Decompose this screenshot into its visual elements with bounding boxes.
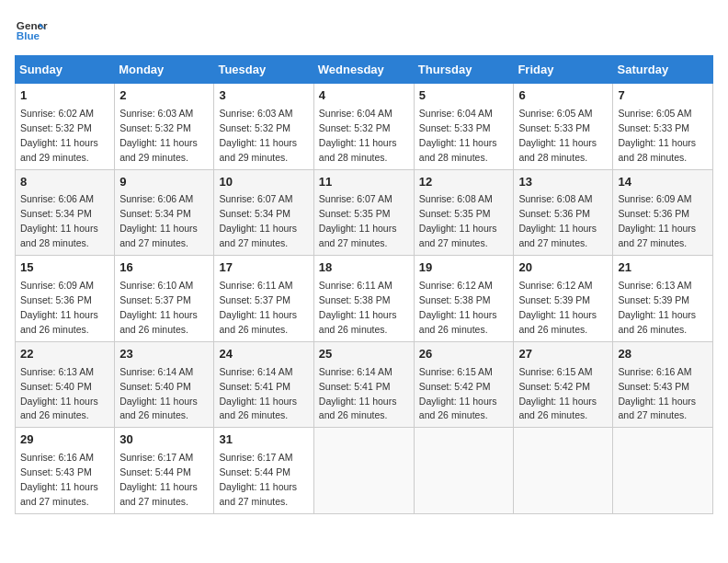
day-info: Sunrise: 6:06 AMSunset: 5:34 PMDaylight:…	[20, 193, 98, 248]
calendar-day-cell: 28 Sunrise: 6:16 AMSunset: 5:43 PMDaylig…	[613, 341, 713, 428]
calendar-header-day: Friday	[514, 56, 613, 84]
day-number: 7	[618, 87, 708, 105]
day-info: Sunrise: 6:05 AMSunset: 5:33 PMDaylight:…	[518, 108, 597, 163]
calendar-day-cell: 7 Sunrise: 6:05 AMSunset: 5:33 PMDayligh…	[613, 84, 713, 170]
day-info: Sunrise: 6:16 AMSunset: 5:43 PMDaylight:…	[618, 366, 696, 421]
day-number: 26	[419, 346, 509, 363]
calendar-day-cell: 14 Sunrise: 6:09 AMSunset: 5:36 PMDaylig…	[613, 169, 713, 256]
day-number: 9	[119, 174, 209, 191]
day-number: 4	[319, 87, 409, 105]
calendar-day-cell: 19 Sunrise: 6:12 AMSunset: 5:38 PMDaylig…	[414, 256, 514, 342]
calendar-day-cell: 4 Sunrise: 6:04 AMSunset: 5:32 PMDayligh…	[313, 84, 414, 170]
day-number: 29	[20, 431, 109, 449]
day-number: 27	[518, 346, 608, 363]
calendar-body: 1 Sunrise: 6:02 AMSunset: 5:32 PMDayligh…	[16, 84, 713, 514]
day-number: 6	[518, 87, 608, 105]
day-info: Sunrise: 6:07 AMSunset: 5:35 PMDaylight:…	[319, 193, 397, 248]
calendar-day-cell	[613, 428, 713, 514]
calendar-week-row: 8 Sunrise: 6:06 AMSunset: 5:34 PMDayligh…	[16, 169, 713, 256]
day-info: Sunrise: 6:08 AMSunset: 5:36 PMDaylight:…	[518, 193, 597, 248]
day-number: 31	[219, 431, 308, 449]
day-number: 13	[518, 174, 608, 191]
day-info: Sunrise: 6:14 AMSunset: 5:41 PMDaylight:…	[319, 366, 397, 421]
day-info: Sunrise: 6:10 AMSunset: 5:37 PMDaylight:…	[119, 280, 198, 335]
calendar-day-cell: 26 Sunrise: 6:15 AMSunset: 5:42 PMDaylig…	[414, 341, 514, 428]
calendar-week-row: 29 Sunrise: 6:16 AMSunset: 5:43 PMDaylig…	[16, 428, 713, 514]
calendar-table: SundayMondayTuesdayWednesdayThursdayFrid…	[15, 55, 713, 514]
calendar-header-day: Monday	[115, 56, 214, 84]
day-info: Sunrise: 6:13 AMSunset: 5:39 PMDaylight:…	[618, 280, 696, 335]
calendar-day-cell: 12 Sunrise: 6:08 AMSunset: 5:35 PMDaylig…	[414, 169, 514, 256]
calendar-day-cell: 17 Sunrise: 6:11 AMSunset: 5:37 PMDaylig…	[214, 256, 313, 342]
calendar-day-cell: 18 Sunrise: 6:11 AMSunset: 5:38 PMDaylig…	[313, 256, 414, 342]
calendar-day-cell: 23 Sunrise: 6:14 AMSunset: 5:40 PMDaylig…	[115, 341, 214, 428]
calendar-header-day: Saturday	[613, 56, 713, 84]
logo: General Blue	[15, 15, 48, 48]
day-number: 14	[618, 174, 708, 191]
day-number: 5	[419, 87, 509, 105]
day-info: Sunrise: 6:11 AMSunset: 5:37 PMDaylight:…	[219, 280, 297, 335]
day-info: Sunrise: 6:14 AMSunset: 5:40 PMDaylight:…	[119, 366, 198, 421]
day-info: Sunrise: 6:05 AMSunset: 5:33 PMDaylight:…	[618, 108, 696, 163]
calendar-day-cell: 2 Sunrise: 6:03 AMSunset: 5:32 PMDayligh…	[115, 84, 214, 170]
day-info: Sunrise: 6:04 AMSunset: 5:33 PMDaylight:…	[419, 108, 497, 163]
calendar-header-day: Tuesday	[214, 56, 313, 84]
calendar-header-day: Sunday	[16, 56, 115, 84]
day-info: Sunrise: 6:14 AMSunset: 5:41 PMDaylight:…	[219, 366, 297, 421]
calendar-day-cell: 15 Sunrise: 6:09 AMSunset: 5:36 PMDaylig…	[16, 256, 115, 342]
day-number: 22	[20, 346, 109, 363]
calendar-day-cell: 9 Sunrise: 6:06 AMSunset: 5:34 PMDayligh…	[115, 169, 214, 256]
day-number: 11	[319, 174, 409, 191]
calendar-day-cell: 27 Sunrise: 6:15 AMSunset: 5:42 PMDaylig…	[514, 341, 613, 428]
day-info: Sunrise: 6:12 AMSunset: 5:38 PMDaylight:…	[419, 280, 497, 335]
calendar-day-cell: 3 Sunrise: 6:03 AMSunset: 5:32 PMDayligh…	[214, 84, 313, 170]
day-info: Sunrise: 6:03 AMSunset: 5:32 PMDaylight:…	[219, 108, 297, 163]
day-number: 30	[119, 431, 209, 449]
day-info: Sunrise: 6:17 AMSunset: 5:44 PMDaylight:…	[219, 452, 297, 507]
calendar-day-cell: 21 Sunrise: 6:13 AMSunset: 5:39 PMDaylig…	[613, 256, 713, 342]
day-number: 19	[419, 259, 509, 277]
day-number: 16	[119, 259, 209, 277]
day-info: Sunrise: 6:02 AMSunset: 5:32 PMDaylight:…	[20, 108, 98, 163]
calendar-day-cell	[514, 428, 613, 514]
day-number: 2	[119, 87, 209, 105]
day-number: 21	[618, 259, 708, 277]
day-info: Sunrise: 6:11 AMSunset: 5:38 PMDaylight:…	[319, 280, 397, 335]
header-section: General Blue	[15, 15, 713, 48]
day-info: Sunrise: 6:08 AMSunset: 5:35 PMDaylight:…	[419, 193, 497, 248]
day-info: Sunrise: 6:15 AMSunset: 5:42 PMDaylight:…	[419, 366, 497, 421]
calendar-day-cell	[414, 428, 514, 514]
day-number: 10	[219, 174, 308, 191]
day-info: Sunrise: 6:09 AMSunset: 5:36 PMDaylight:…	[618, 193, 696, 248]
calendar-day-cell: 25 Sunrise: 6:14 AMSunset: 5:41 PMDaylig…	[313, 341, 414, 428]
day-number: 3	[219, 87, 308, 105]
day-info: Sunrise: 6:12 AMSunset: 5:39 PMDaylight:…	[518, 280, 597, 335]
calendar-day-cell: 31 Sunrise: 6:17 AMSunset: 5:44 PMDaylig…	[214, 428, 313, 514]
calendar-header-row: SundayMondayTuesdayWednesdayThursdayFrid…	[16, 56, 713, 84]
calendar-day-cell: 30 Sunrise: 6:17 AMSunset: 5:44 PMDaylig…	[115, 428, 214, 514]
calendar-week-row: 22 Sunrise: 6:13 AMSunset: 5:40 PMDaylig…	[16, 341, 713, 428]
calendar-day-cell: 10 Sunrise: 6:07 AMSunset: 5:34 PMDaylig…	[214, 169, 313, 256]
calendar-week-row: 15 Sunrise: 6:09 AMSunset: 5:36 PMDaylig…	[16, 256, 713, 342]
calendar-day-cell: 11 Sunrise: 6:07 AMSunset: 5:35 PMDaylig…	[313, 169, 414, 256]
day-info: Sunrise: 6:17 AMSunset: 5:44 PMDaylight:…	[119, 452, 198, 507]
day-number: 20	[518, 259, 608, 277]
calendar-day-cell: 20 Sunrise: 6:12 AMSunset: 5:39 PMDaylig…	[514, 256, 613, 342]
day-number: 15	[20, 259, 109, 277]
calendar-day-cell: 1 Sunrise: 6:02 AMSunset: 5:32 PMDayligh…	[16, 84, 115, 170]
calendar-week-row: 1 Sunrise: 6:02 AMSunset: 5:32 PMDayligh…	[16, 84, 713, 170]
day-number: 17	[219, 259, 308, 277]
day-info: Sunrise: 6:13 AMSunset: 5:40 PMDaylight:…	[20, 366, 98, 421]
svg-text:Blue: Blue	[17, 29, 40, 41]
calendar-day-cell: 22 Sunrise: 6:13 AMSunset: 5:40 PMDaylig…	[16, 341, 115, 428]
day-number: 12	[419, 174, 509, 191]
calendar-day-cell: 24 Sunrise: 6:14 AMSunset: 5:41 PMDaylig…	[214, 341, 313, 428]
calendar-day-cell	[313, 428, 414, 514]
day-number: 28	[618, 346, 708, 363]
day-info: Sunrise: 6:03 AMSunset: 5:32 PMDaylight:…	[119, 108, 198, 163]
day-info: Sunrise: 6:16 AMSunset: 5:43 PMDaylight:…	[20, 452, 98, 507]
calendar-day-cell: 6 Sunrise: 6:05 AMSunset: 5:33 PMDayligh…	[514, 84, 613, 170]
calendar-header-day: Wednesday	[313, 56, 414, 84]
day-number: 18	[319, 259, 409, 277]
calendar-day-cell: 16 Sunrise: 6:10 AMSunset: 5:37 PMDaylig…	[115, 256, 214, 342]
